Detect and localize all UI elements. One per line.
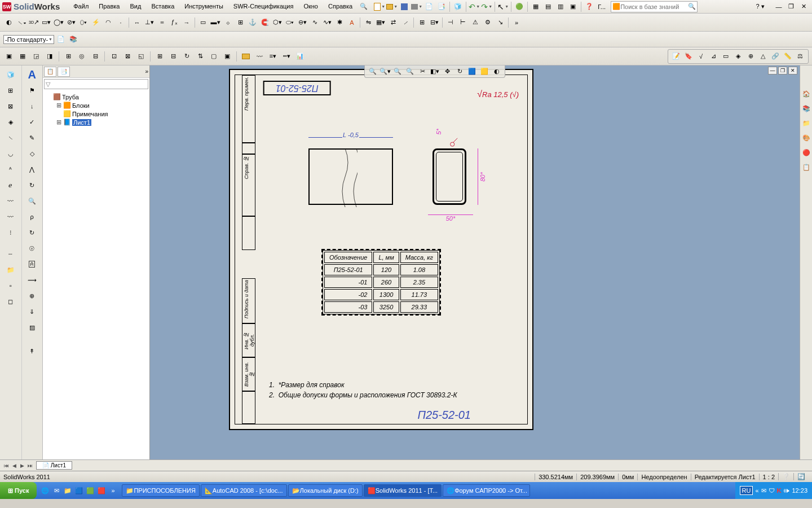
task-item[interactable]: 📂 Локальный диск (D:) xyxy=(288,484,363,497)
axis-icon[interactable]: ✱ xyxy=(334,17,345,28)
model-view-icon[interactable]: ▣ xyxy=(3,51,15,62)
table-row[interactable]: П25-52-011201.08 xyxy=(324,264,438,275)
tree-filter-input[interactable] xyxy=(44,79,148,89)
status-zoom[interactable]: 1 : 2 xyxy=(759,474,778,480)
sheet-icon[interactable]: 📄 xyxy=(55,34,67,45)
sheet-nav-last[interactable]: ⏭ xyxy=(26,463,34,468)
lt1-dash-icon[interactable]: ┈ xyxy=(3,247,19,261)
minimize-button[interactable]: — xyxy=(773,2,785,11)
menu-insert[interactable]: Вставка xyxy=(147,1,179,12)
datum-icon[interactable]: ◈ xyxy=(732,51,744,62)
lt2-target-icon[interactable]: ⊕ xyxy=(24,289,40,303)
construction-icon[interactable]: ⊘▾ xyxy=(65,17,77,28)
undo-button[interactable]: ↶▼ xyxy=(469,1,480,12)
ql-mail-icon[interactable]: ✉ xyxy=(51,484,61,497)
lt2-darrow-icon[interactable]: ⇓ xyxy=(24,305,40,318)
ql-app1-icon[interactable]: 🟦 xyxy=(74,484,84,497)
help-dropdown[interactable]: ? ▾ xyxy=(754,1,766,12)
search-help-icon[interactable]: 🔍 xyxy=(358,1,369,12)
open-button[interactable]: ▼ xyxy=(386,1,398,12)
caliper-icon[interactable]: 📏 xyxy=(782,51,793,62)
point-icon[interactable]: · xyxy=(115,17,126,28)
lt2-pencil-icon[interactable]: ✎ xyxy=(24,131,40,144)
ql-explorer-icon[interactable]: 📁 xyxy=(63,484,73,497)
hud-c3-icon[interactable]: ◐ xyxy=(491,66,502,77)
layers-icon[interactable]: 📚 xyxy=(68,34,79,45)
lt2-hatch-icon[interactable]: ▨ xyxy=(24,321,40,334)
section-view-tube[interactable] xyxy=(433,148,466,205)
ql-app3-icon[interactable]: 🟥 xyxy=(96,484,107,497)
empty-view-icon[interactable]: ▢ xyxy=(208,51,219,62)
lt1-model-icon[interactable]: 🧊 xyxy=(3,68,19,81)
table-row[interactable]: -03325029.33 xyxy=(324,301,438,313)
drawing-sheet[interactable]: Перв. примен. Справ. № Подпись и дата Ин… xyxy=(229,69,533,430)
lt1-wave2-icon[interactable]: 〰 xyxy=(3,210,19,224)
lt1-b2-icon[interactable]: ◻ xyxy=(3,295,19,308)
ql-ie-icon[interactable]: 🌐 xyxy=(40,484,50,497)
drawing-canvas[interactable]: — ❐ ✕ 🔍 🔍▾ 🔍 🔍 ✂ ◧▾ ✥ ↻ 🟦 🟨 ◐ Перв. прим… xyxy=(150,65,800,459)
menu-view[interactable]: Вид xyxy=(125,1,145,12)
aux-view-icon[interactable]: ◲ xyxy=(30,51,42,62)
tree-root[interactable]: 🟫Труба xyxy=(45,93,147,101)
alt-position-icon[interactable]: ◱ xyxy=(135,51,147,62)
lt1-entity-icon[interactable]: ◈ xyxy=(3,115,19,129)
equals-icon[interactable]: ＝ xyxy=(156,17,167,28)
lt1-break-icon[interactable]: ⊠ xyxy=(3,99,19,113)
menu-help[interactable]: Справка xyxy=(324,1,357,12)
grid-settings-icon[interactable]: ⊟▾ xyxy=(429,17,440,28)
broken-view-icon[interactable]: ⊟ xyxy=(90,51,101,62)
dimarc-icon[interactable]: ◠ xyxy=(103,17,114,28)
revision-icon[interactable]: △ xyxy=(757,51,769,62)
lt2-loop-icon[interactable]: ↻ xyxy=(24,178,40,192)
tray-msg-icon[interactable]: ✉ xyxy=(761,487,766,494)
3d-button[interactable]: 🧊 xyxy=(452,1,464,12)
menu-tools[interactable]: Инструменты xyxy=(180,1,228,12)
layout3-button[interactable]: ▥ xyxy=(555,1,566,12)
tray-expand-icon[interactable]: « xyxy=(755,487,758,494)
tp-library-icon[interactable]: 📚 xyxy=(801,103,812,114)
table-row[interactable]: -012602.35 xyxy=(324,277,438,288)
note-icon[interactable]: 📝 xyxy=(670,51,682,62)
break-icon[interactable]: ⊠ xyxy=(122,51,133,62)
lt2-check-icon[interactable]: ✓ xyxy=(24,115,40,129)
dim-base-icon[interactable]: ⊣ xyxy=(445,17,456,28)
surface-finish-icon[interactable]: √ xyxy=(695,51,707,62)
restore-button[interactable]: ❐ xyxy=(785,2,797,11)
lt2-flag-icon[interactable]: ⚑ xyxy=(24,84,40,97)
oval-slot-icon[interactable]: ⬭▾ xyxy=(284,17,295,28)
save-button[interactable] xyxy=(399,1,410,12)
rect-icon[interactable]: ▭▾ xyxy=(41,17,52,28)
lt1-e-icon[interactable]: ℯ xyxy=(3,178,19,192)
warn-icon[interactable]: ⚠ xyxy=(470,17,481,28)
tree-tab-property[interactable]: 📑 xyxy=(58,67,70,77)
ellipse-icon[interactable]: ⬯▾ xyxy=(78,17,89,28)
hbreak-icon[interactable]: ⊟ xyxy=(167,51,179,62)
replace-model-icon[interactable]: ⇅ xyxy=(195,51,206,62)
layout2-button[interactable]: ▤ xyxy=(542,1,554,12)
round-slot-icon[interactable]: ⊖▾ xyxy=(297,17,308,28)
chart-icon[interactable]: 📊 xyxy=(294,51,306,62)
tp-appearances-icon[interactable]: 🔴 xyxy=(801,147,812,158)
lt1-A-icon[interactable]: ᴬ xyxy=(3,163,19,176)
line-style-icon[interactable]: ┅▾ xyxy=(281,51,292,62)
lt2-down-icon[interactable]: ↓ xyxy=(24,99,40,113)
status-rebuild-icon[interactable]: 🔄 xyxy=(793,473,809,480)
mirror-icon[interactable]: ⇋ xyxy=(363,17,374,28)
page-setup-button[interactable]: 📑 xyxy=(436,1,447,12)
lt2-boxA-icon[interactable]: 🄰 xyxy=(24,257,40,271)
lt2-arrow-up-icon[interactable]: ↟ xyxy=(24,344,40,358)
dim-chain-icon[interactable]: ⊢ xyxy=(457,17,469,28)
front-view[interactable] xyxy=(308,148,393,205)
spline-icon[interactable]: ∿ xyxy=(309,17,320,28)
lt2-rho-icon[interactable]: ρ xyxy=(24,210,40,224)
sheet-nav-prev[interactable]: ◀ xyxy=(10,463,18,468)
lt1-line-icon[interactable]: ⟍ xyxy=(3,131,19,144)
sheet-nav-next[interactable]: ▶ xyxy=(18,463,26,468)
offset-icon[interactable]: ⟐ xyxy=(222,17,233,28)
line-thick-icon[interactable]: ≡▾ xyxy=(267,51,279,62)
lt1-views-icon[interactable]: ⊞ xyxy=(3,84,19,97)
linear-pattern-icon[interactable]: ▦▾ xyxy=(375,17,386,28)
lt1-arc-icon[interactable]: ◡ xyxy=(3,147,19,160)
hud-c1-icon[interactable]: 🟦 xyxy=(466,66,478,77)
hud-section-icon[interactable]: ✂ xyxy=(417,66,428,77)
